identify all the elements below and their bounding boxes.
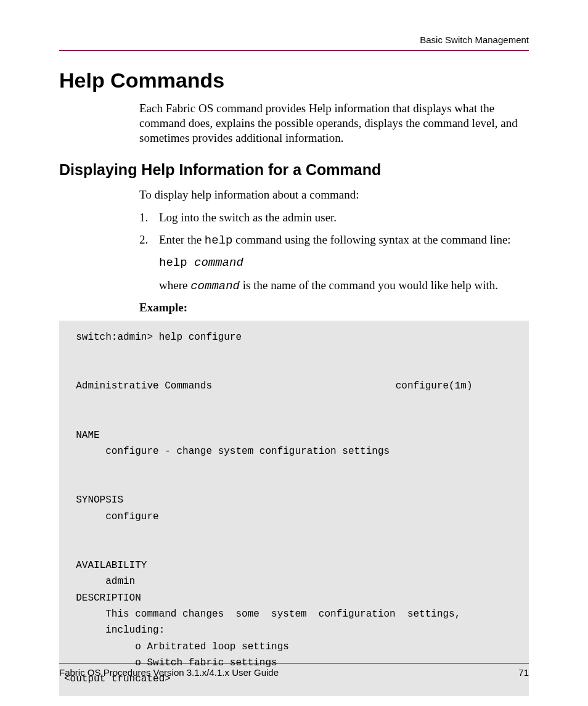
header-rule [59, 50, 529, 51]
footer-rule [59, 663, 529, 663]
example-label: Example: [139, 301, 529, 314]
code-block: switch:admin> help configure Administrat… [59, 321, 529, 696]
steps-list: Log into the switch as the admin user. E… [139, 210, 529, 295]
footer: Fabric OS Procedures Version 3.1.x/4.1.x… [59, 663, 529, 678]
footer-title: Fabric OS Procedures Version 3.1.x/4.1.x… [59, 667, 279, 678]
lead-paragraph: To display help information about a comm… [139, 187, 529, 202]
step-2-pre: Enter the [159, 233, 205, 246]
header-section: Basic Switch Management [59, 35, 529, 45]
syntax-help: help [159, 256, 194, 269]
step-1-text: Log into the switch as the admin user. [159, 211, 337, 224]
step-2-cmd: help [205, 234, 233, 247]
where-pre: where [159, 279, 190, 292]
footer-page-number: 71 [518, 667, 529, 678]
heading-displaying-help: Displaying Help Information for a Comman… [59, 161, 529, 179]
step-2-post: command using the following syntax at th… [232, 233, 510, 246]
step-1: Log into the switch as the admin user. [139, 210, 529, 226]
intro-paragraph: Each Fabric OS command provides Help inf… [139, 101, 529, 145]
syntax-arg: command [194, 256, 243, 269]
step-2-where: where command is the name of the command… [159, 277, 529, 295]
step-2: Enter the help command using the followi… [139, 232, 529, 295]
page: Basic Switch Management Help Commands Ea… [0, 0, 588, 706]
step-2-syntax: help command [159, 253, 529, 272]
where-post: is the name of the command you would lik… [240, 279, 498, 292]
heading-help-commands: Help Commands [59, 68, 529, 92]
where-arg: command [190, 279, 240, 293]
